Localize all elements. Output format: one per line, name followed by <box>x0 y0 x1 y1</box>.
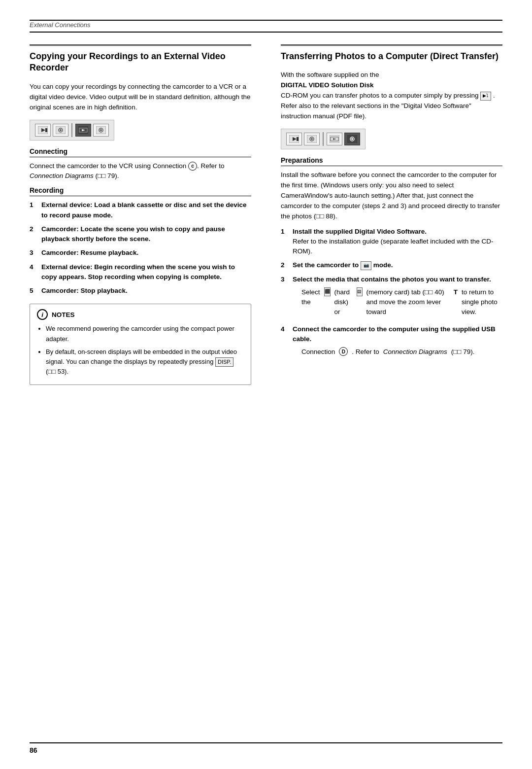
svg-rect-2 <box>45 128 46 132</box>
circle-c: c <box>188 162 197 171</box>
svg-point-6 <box>60 129 62 131</box>
right-icon-bar <box>281 129 366 149</box>
right-icon-photo <box>304 133 320 145</box>
connection-diagrams-link: Connection Diagrams <box>30 172 94 179</box>
step-5: 5 Camcorder: Stop playback. <box>30 286 251 296</box>
body-after-label: CD-ROM you can transfer photos to a comp… <box>281 92 478 99</box>
step3-bullets: Select the ⬛ (hard disk) or ▤ (memory ca… <box>293 287 502 317</box>
connection-diagrams-link2: Connection Diagrams <box>383 347 447 357</box>
right-column: Transferring Photos to a Computer (Direc… <box>276 44 502 385</box>
step4-bullets: Connection D. Refer to Connection Diagra… <box>293 347 502 357</box>
notes-list: We recommend powering the camcorder usin… <box>37 324 244 377</box>
svg-point-25 <box>351 138 353 140</box>
step3-bullet-1: Select the ⬛ (hard disk) or ▤ (memory ca… <box>301 287 502 317</box>
note-1: We recommend powering the camcorder usin… <box>46 324 244 344</box>
icon-photo <box>53 124 68 137</box>
right-icon-vcr <box>327 133 342 145</box>
icon-divider <box>71 123 72 137</box>
notes-header: i NOTES <box>37 309 244 320</box>
icon-photo2 <box>93 124 109 137</box>
right-icon-divider <box>323 132 324 146</box>
harddisk-icon: ⬛ <box>324 287 331 296</box>
right-step-3: 3 Select the media that contains the pho… <box>281 275 502 320</box>
right-section-title: Transferring Photos to a Computer (Direc… <box>281 44 502 62</box>
left-column: Copying your Recordings to an External V… <box>30 44 256 385</box>
svg-rect-15 <box>297 137 298 141</box>
step4-bullet-1: Connection D. Refer to Connection Diagra… <box>301 347 502 357</box>
camera-mode-icon: 📷 <box>361 261 371 270</box>
step-1: 1 External device: Load a blank cassette… <box>30 200 251 220</box>
step1-detail: Refer to the installation guide (separat… <box>293 238 493 255</box>
page-header-title: External Connections <box>30 21 91 29</box>
step-3: 3 Camcorder: Resume playback. <box>30 248 251 258</box>
recording-steps: 1 External device: Load a blank cassette… <box>30 200 251 296</box>
info-icon: i <box>37 309 48 320</box>
left-section-title: Copying your Recordings to an External V… <box>30 44 251 74</box>
right-step-2: 2 Set the camcorder to 📷 mode. <box>281 260 502 270</box>
svg-point-19 <box>311 138 313 140</box>
transfer-button-icon: ▶⤵ <box>480 92 491 101</box>
preparations-body: Install the software before you connect … <box>281 170 502 222</box>
digital-video-label: DIGITAL VIDEO Solution Disk <box>281 81 374 89</box>
connecting-body: Connect the camcorder to the VCR using C… <box>30 161 251 182</box>
memcard-icon: ▤ <box>357 287 362 296</box>
icon-vcr-active <box>75 124 91 137</box>
right-intro: With the software supplied on the DIGITA… <box>281 70 502 122</box>
right-step-4: 4 Connect the camcorder to the computer … <box>281 324 502 360</box>
step-2: 2 Camcorder: Locate the scene you wish t… <box>30 224 251 245</box>
two-column-layout: Copying your Recordings to an External V… <box>30 44 502 385</box>
svg-point-12 <box>100 129 102 131</box>
step-4: 4 External device: Begin recording when … <box>30 262 251 282</box>
preparations-title: Preparations <box>281 156 502 166</box>
disp-key: DISP. <box>215 357 233 367</box>
icon-playback <box>35 124 51 137</box>
right-intro-text: With the software supplied on the <box>281 71 379 78</box>
page-footer: 86 <box>30 742 502 754</box>
note-2: By default, on-screen displays will be e… <box>46 347 244 377</box>
circle-d: D <box>339 347 348 356</box>
left-icon-bar <box>30 120 114 140</box>
right-icon-photo-active <box>344 133 360 145</box>
notes-box: i NOTES We recommend powering the camcor… <box>30 304 251 385</box>
right-step-1: 1 Install the supplied Digital Video Sof… <box>281 227 502 257</box>
right-steps: 1 Install the supplied Digital Video Sof… <box>281 227 502 360</box>
page-header: External Connections <box>30 21 502 33</box>
page-number: 86 <box>30 746 37 754</box>
svg-rect-16 <box>298 137 299 141</box>
connecting-title: Connecting <box>30 147 251 157</box>
left-intro-text: You can copy your recordings by connecti… <box>30 82 251 113</box>
svg-rect-3 <box>46 128 47 132</box>
notes-label: NOTES <box>52 311 75 318</box>
page: External Connections Copying your Record… <box>0 0 532 769</box>
recording-title: Recording <box>30 186 251 196</box>
right-icon-playback <box>286 133 302 145</box>
